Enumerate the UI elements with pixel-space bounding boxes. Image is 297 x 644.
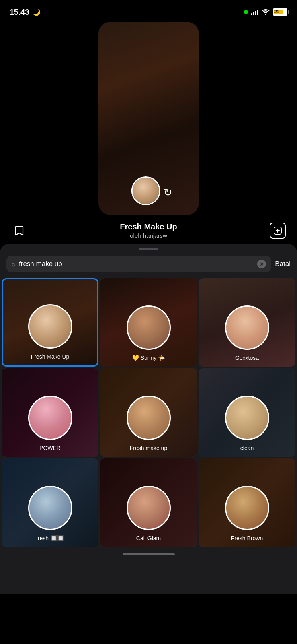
signal-icon [251, 9, 258, 15]
filter-card-6[interactable]: clean [199, 368, 295, 457]
camera-preview: ↻ [98, 22, 199, 215]
filter-card-7[interactable]: fresh 🔲🔲 [2, 458, 98, 547]
filter-label-2: 💛 Sunny 🌤️ [129, 355, 168, 361]
filter-card-2[interactable]: 💛 Sunny 🌤️ [100, 278, 197, 367]
status-time: 15.43 [10, 8, 29, 17]
filter-avatar-1 [28, 304, 72, 349]
filter-title-bar: Fresh Make Up oleh hanjarsw [0, 215, 297, 244]
camera-avatar [131, 176, 160, 205]
filter-label-3: Goxxtosa [232, 355, 262, 361]
search-clear-button[interactable]: ✕ [257, 260, 266, 268]
filter-card-3[interactable]: Goxxtosa [199, 278, 295, 367]
drag-handle [139, 248, 158, 250]
filter-avatar-7 [28, 486, 72, 530]
filter-card-9[interactable]: Fresh Brown [199, 458, 295, 547]
filter-label-4: POWER [36, 445, 64, 451]
moon-icon: 🌙 [33, 8, 41, 16]
status-bar: 15.43 🌙 21 [0, 0, 297, 22]
search-input[interactable] [19, 260, 254, 268]
add-filter-button[interactable] [270, 223, 286, 239]
filter-label-1: Fresh Make Up [28, 353, 73, 360]
search-icon: ⌕ [11, 260, 16, 268]
filter-label-8: Cali Glam [133, 535, 164, 541]
cancel-button[interactable]: Batal [275, 260, 291, 268]
filter-card-4[interactable]: POWER [2, 368, 98, 457]
author-prefix: oleh [130, 232, 143, 239]
filter-card-1[interactable]: Fresh Make Up [2, 278, 98, 367]
filter-label-9: Fresh Brown [228, 535, 266, 541]
filter-label-5: Fresh make up [127, 445, 170, 451]
filter-avatar-2 [127, 305, 171, 350]
filter-avatar-5 [127, 396, 171, 440]
filter-avatar-9 [225, 486, 269, 530]
bottom-sheet: ⌕ ✕ Batal Fresh Make Up💛 Sunny 🌤️Goxxtos… [0, 244, 297, 594]
filter-title-center: Fresh Make Up oleh hanjarsw [120, 222, 177, 239]
filter-name: Fresh Make Up [120, 222, 177, 231]
filter-label-6: clean [237, 445, 257, 451]
status-icons: 21 [244, 8, 287, 16]
search-input-wrap[interactable]: ⌕ ✕ [6, 256, 271, 272]
battery-icon: 21 [273, 8, 287, 16]
wifi-icon [262, 9, 270, 15]
bookmark-button[interactable] [11, 223, 27, 239]
filter-label-7: fresh 🔲🔲 [33, 535, 67, 541]
clear-icon: ✕ [260, 261, 264, 267]
filter-card-5[interactable]: Fresh make up [100, 368, 197, 457]
home-indicator [123, 553, 175, 555]
filter-avatar-6 [225, 396, 269, 440]
filter-grid: Fresh Make Up💛 Sunny 🌤️GoxxtosaPOWERFres… [0, 278, 297, 547]
camera-refresh-button[interactable]: ↻ [161, 185, 175, 200]
filter-author: oleh hanjarsw [120, 232, 177, 239]
avatar-face [132, 178, 159, 204]
search-bar-row: ⌕ ✕ Batal [0, 256, 297, 278]
filter-card-8[interactable]: Cali Glam [100, 458, 197, 547]
filter-avatar-8 [127, 486, 171, 530]
green-dot [244, 10, 248, 14]
filter-avatar-4 [28, 396, 72, 440]
author-name: hanjarsw [143, 232, 167, 239]
filter-avatar-3 [225, 305, 269, 350]
